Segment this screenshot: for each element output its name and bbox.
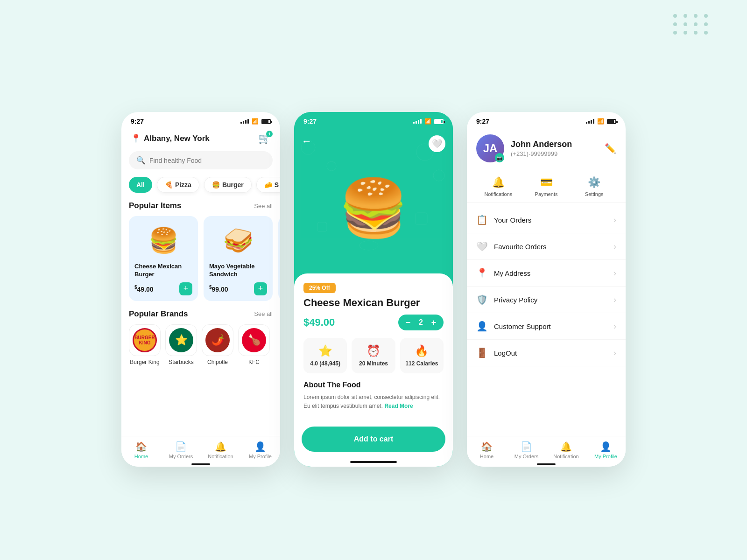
category-pizza[interactable]: 🍕 Pizza [157,177,199,193]
qty-value: 2 [419,318,423,327]
phone-2: 9:27 📶 [294,112,453,467]
svg-point-3 [433,170,444,181]
food-hero-image: 🍔 [338,175,409,241]
battery-2 [434,119,444,124]
food-title: Cheese Mexican Burger [303,297,444,309]
settings-tab-icon: ⚙️ [588,176,600,189]
logout-chevron-icon: › [613,348,616,358]
category-sandwich-label: S [275,181,279,189]
pizza-emoji: 🍕 [165,181,173,189]
address-chevron-icon: › [613,268,616,278]
add-to-cart-button[interactable]: Add to cart [302,427,445,452]
status-icons-1: 📶 [240,118,271,125]
food-card-2-add-btn[interactable]: + [254,282,267,295]
categories-row: All 🍕 Pizza 🍔 Burger 🧀 S [121,177,280,201]
back-button[interactable]: ← [302,135,312,147]
brand-starbucks[interactable]: ⭐ Starbucks [165,324,197,365]
menu-favourite-orders[interactable]: 🤍 Favourite Orders › [467,233,626,260]
tab-settings[interactable]: ⚙️ Settings [570,172,618,203]
nav-notification-1[interactable]: 🔔 Notification [201,441,240,459]
nav-orders-label-1: My Orders [169,454,193,459]
brand-chipotle[interactable]: 🌶️ Chipotle [202,324,233,365]
price-row: $49.00 − 2 + [303,315,444,330]
search-input[interactable] [149,157,265,164]
payments-tab-label: Payments [535,191,558,197]
kfc-logo-design: 🍗 [242,328,266,352]
home-indicator-2 [350,461,397,463]
avatar-camera-icon[interactable]: 📷 [495,153,504,162]
wifi-1: 📶 [252,118,259,125]
tab-payments[interactable]: 💳 Payments [522,172,571,203]
signal-3 [586,119,594,124]
nav-orders-label-3: My Orders [514,454,538,459]
qty-control[interactable]: − 2 + [398,315,444,330]
category-burger[interactable]: 🍔 Burger [204,177,252,193]
notifications-tab-label: Notifications [484,191,512,197]
phone-1: 9:27 📶 📍 Albany, New York 🛒 1 🔍 [121,112,280,467]
phone2-hero: ← 🤍 🍔 [294,129,453,278]
brand-logo-sb: ⭐ [165,324,197,356]
brand-burger-king[interactable]: BURGER KING Burger King [129,324,161,365]
decoration-dots [673,14,710,35]
menu-privacy-policy[interactable]: 🛡️ Privacy Policy › [467,287,626,313]
popular-brands-header: Popular Brands See all [121,309,280,324]
edit-profile-button[interactable]: ✏️ [605,143,616,154]
category-sandwich[interactable]: 🧀 S [256,177,280,193]
nav-home-1[interactable]: 🏠 Home [121,441,161,459]
privacy-chevron-icon: › [613,295,616,305]
star-icon: ⭐ [318,344,332,357]
heart-icon: 🤍 [432,139,442,149]
bk-logo-design: BURGER KING [133,328,157,352]
profile-header: JA 📷 John Anderson (+231)-99999999 ✏️ [467,129,626,172]
menu-your-orders[interactable]: 📋 Your Orders › [467,207,626,233]
wifi-3: 📶 [597,118,604,125]
food-card-1-img: 🍔 [134,222,192,259]
profile-icon-3: 👤 [600,441,612,452]
brand-kfc[interactable]: 🍗 KFC [238,324,270,365]
avatar-wrap: JA 📷 [476,134,504,162]
privacy-menu-label: Privacy Policy [494,296,607,304]
food-card-1[interactable]: 🍔 Cheese Mexican Burger $49.00 + [129,216,198,301]
tab-notifications[interactable]: 🔔 Notifications [474,172,522,203]
support-menu-label: Customer Support [494,322,607,330]
orders-icon-1: 📄 [175,441,187,452]
nav-profile-3[interactable]: 👤 My Profile [586,441,626,459]
nav-profile-1[interactable]: 👤 My Profile [240,441,280,459]
nav-home-3[interactable]: 🏠 Home [467,441,507,459]
menu-logout[interactable]: 🚪 LogOut › [467,340,626,366]
svg-point-1 [327,161,336,171]
logout-menu-label: LogOut [494,349,607,357]
food-card-2-footer: $99.00 + [209,282,267,295]
notifications-tab-icon: 🔔 [492,176,505,189]
nav-profile-label-1: My Profile [249,454,272,459]
time-2: 9:27 [303,118,317,125]
nav-notification-3[interactable]: 🔔 Notification [546,441,586,459]
category-all[interactable]: All [129,177,152,193]
search-bar[interactable]: 🔍 [129,151,273,169]
food-card-2-price: $99.00 [209,285,228,293]
profile-tabs: 🔔 Notifications 💳 Payments ⚙️ Settings [467,172,626,203]
profile-info: John Anderson (+231)-99999999 [511,140,598,157]
popular-brands-see-all[interactable]: See all [254,310,273,317]
brand-logo-bk: BURGER KING [129,324,161,356]
category-pizza-label: Pizza [175,181,191,189]
qty-increase-btn[interactable]: + [429,317,439,328]
read-more-link[interactable]: Read More [384,403,413,409]
brand-name-sb: Starbucks [169,359,193,365]
favorite-button[interactable]: 🤍 [429,135,445,152]
info-cards: ⭐ 4.0 (48,945) ⏰ 20 Minutes 🔥 112 Calari… [303,338,444,373]
popular-items-see-all[interactable]: See all [254,203,273,210]
food-price: $49.00 [303,316,335,329]
cart-button[interactable]: 🛒 1 [258,133,271,145]
nav-home-label-3: Home [480,454,493,459]
food-card-1-add-btn[interactable]: + [179,282,192,295]
svg-rect-4 [317,222,327,231]
nav-orders-1[interactable]: 📄 My Orders [161,441,201,459]
food-card-2[interactable]: 🥪 Mayo Vegetable Sandwich $99.00 + [204,216,273,301]
qty-decrease-btn[interactable]: − [403,317,413,328]
menu-my-address[interactable]: 📍 My Address › [467,260,626,287]
home-icon-3: 🏠 [481,441,493,452]
menu-customer-support[interactable]: 👤 Customer Support › [467,313,626,340]
nav-orders-3[interactable]: 📄 My Orders [507,441,546,459]
nav-notification-label-1: Notification [208,454,233,459]
